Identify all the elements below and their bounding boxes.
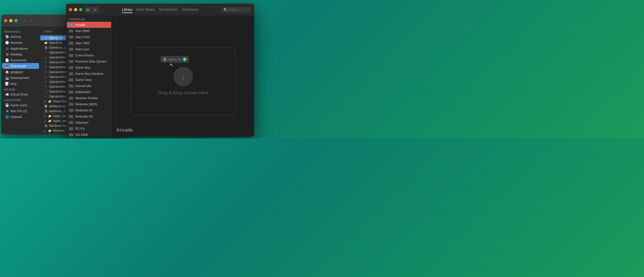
sidebar-item-label: Desktop [10, 52, 22, 56]
console-label: Game Boy [75, 66, 90, 69]
sidebar-item-label: Documents [10, 58, 27, 62]
disclosure-icon: ▶ [44, 130, 47, 132]
desktop-icon: 🖥 [5, 52, 9, 56]
sidebar-item-label: blog [10, 82, 16, 86]
downloads-icon: 📥 [5, 64, 9, 68]
openemu-body: Consoles Arcade Atari 2600 Atari 5200 At… [66, 16, 254, 137]
zip-icon: 🗜 [44, 36, 48, 40]
back-button[interactable]: ‹ [22, 18, 28, 24]
sidebar-item-mac-pro[interactable]: 🖥 Mac Pro (2) [2, 108, 39, 114]
console-item-nes[interactable]: Nintendo (NES) [66, 101, 112, 107]
sidebar-item-downloads[interactable]: 📥 Downloads [2, 63, 39, 69]
sidebar-item-label: Mac Pro (2) [10, 109, 27, 113]
console-item-n64[interactable]: Nintendo 64 [66, 107, 112, 113]
sidebar-item-blog[interactable]: 📝 blog [2, 80, 39, 86]
icloud-header: iCloud [1, 86, 40, 91]
nav-homebrew[interactable]: Homebrew [182, 6, 198, 13]
maximize-button[interactable] [14, 19, 18, 22]
console-label: Atari 2600 [75, 29, 90, 33]
console-item-odyssey[interactable]: Odyssey² [66, 120, 112, 126]
sidebar-item-airdrop[interactable]: 📡 AirDrop [2, 34, 39, 40]
sidebar-item-desktop[interactable]: 🖥 Desktop [2, 51, 39, 57]
console-item-atari2600[interactable]: Atari 2600 [66, 28, 112, 34]
development-icon: 💻 [5, 76, 9, 80]
sidebar-item-karen[interactable]: 💾 Karen Gant... [2, 102, 39, 108]
console-icon [69, 48, 73, 51]
blog-icon: 📝 [5, 82, 9, 86]
console-item-atari-lynx[interactable]: Atari Lynx [66, 46, 112, 52]
search-bar[interactable]: 🔍 Search [222, 7, 251, 12]
home-icon: 🏠 [5, 70, 9, 74]
sidebar-item-icloud-drive[interactable]: ☁️ iCloud Drive [2, 91, 39, 97]
font-icon: F [44, 80, 48, 84]
sidebar-item-label: Development [10, 76, 29, 80]
nav-library[interactable]: Library [122, 6, 133, 13]
drag-file-label: digdug.zip [168, 58, 181, 61]
console-icon [69, 84, 73, 88]
oe-maximize-button[interactable] [79, 8, 82, 11]
oe-close-button[interactable] [69, 8, 72, 11]
minimize-button[interactable] [9, 19, 12, 22]
console-item-colecovision[interactable]: ColecoVision [66, 52, 112, 58]
grid-view-button[interactable]: ⊞ [84, 7, 91, 13]
console-item-atari7800[interactable]: Atari 7800 [66, 40, 112, 46]
console-label: ColecoVision [75, 54, 94, 57]
recents-icon: 🕒 [5, 40, 9, 44]
sidebar-item-documents[interactable]: 📄 Documents [2, 57, 39, 63]
disclosure-icon: ▶ [44, 100, 47, 102]
console-label: Atari 7800 [75, 41, 90, 45]
oe-minimize-button[interactable] [74, 8, 77, 11]
sidebar-item-development[interactable]: 💻 Development [2, 75, 39, 80]
openemu-window: ⊞ ≡ Library Save States Screenshots Home… [66, 4, 254, 137]
documents-icon: 📄 [5, 58, 9, 62]
console-icon [69, 78, 73, 81]
disclosure-icon: ▶ [44, 115, 47, 117]
sidebar-item-recents[interactable]: 🕒 Recents [2, 40, 39, 46]
drop-arrow-icon: ↓ [174, 67, 193, 86]
nav-screenshots[interactable]: Screenshots [159, 6, 178, 13]
sidebar-item-applications[interactable]: 🗂 Applications [2, 46, 39, 51]
sidebar-item-label: iCloud Drive [10, 92, 28, 96]
console-icon [69, 60, 73, 63]
close-button[interactable] [4, 19, 7, 22]
console-icon [69, 97, 73, 100]
console-icon [69, 121, 73, 124]
zip-icon: 🗜 [44, 46, 48, 49]
console-label: Arcade [75, 23, 85, 27]
openemu-content-area: ↓ Drag & Drop Games Here 🗜 digdug.zip + … [112, 16, 254, 137]
console-label: Intellivision [75, 90, 91, 94]
sidebar-item-network[interactable]: 🌐 Network [2, 114, 39, 120]
console-item-gamegear[interactable]: Game Gear [66, 77, 112, 83]
forward-button[interactable]: › [29, 18, 35, 24]
drag-plus-icon: + [183, 58, 187, 61]
console-label: Nintendo DS [75, 114, 93, 118]
console-label: Odyssey² [75, 121, 89, 124]
drop-zone-text: Drag & Drop Games Here [158, 90, 208, 96]
console-label: Famicom Disk System [75, 60, 107, 63]
console-item-famicom-disk[interactable]: Famicom Disk System [66, 58, 112, 64]
sidebar-item-greggant[interactable]: 🏠 greggant [2, 69, 39, 75]
console-label: Nintendo 64 [75, 108, 92, 112]
console-item-gameboy[interactable]: Game Boy [66, 64, 112, 70]
console-item-sg1000[interactable]: SG-1000 [66, 132, 112, 137]
console-icon [69, 115, 73, 118]
nav-save-states[interactable]: Save States [136, 6, 155, 13]
console-item-arcade[interactable]: Arcade [67, 22, 111, 28]
console-item-atari5200[interactable]: Atari 5200 [66, 34, 112, 40]
console-label: PC-FX [75, 127, 85, 130]
console-item-intellivision[interactable]: Intellivision [66, 89, 112, 95]
console-label: Game Gear [75, 78, 92, 82]
list-view-button[interactable]: ≡ [92, 7, 98, 13]
console-item-neogeo[interactable]: NeoGeo Pocket [66, 95, 112, 101]
console-icon [69, 72, 73, 75]
console-item-nds[interactable]: Nintendo DS [66, 113, 112, 120]
console-item-pcfx[interactable]: PC-FX [66, 126, 112, 132]
dragging-file-indicator: 🗜 digdug.zip + [161, 56, 189, 62]
console-icon [69, 103, 73, 106]
console-item-gamecube[interactable]: GameCube [66, 83, 112, 89]
console-label: NeoGeo Pocket [75, 96, 98, 100]
console-icon [69, 109, 73, 112]
console-item-gba[interactable]: Game Boy Advance [66, 70, 112, 77]
locations-header: Locations [1, 97, 40, 102]
console-label: Nintendo (NES) [75, 102, 98, 106]
